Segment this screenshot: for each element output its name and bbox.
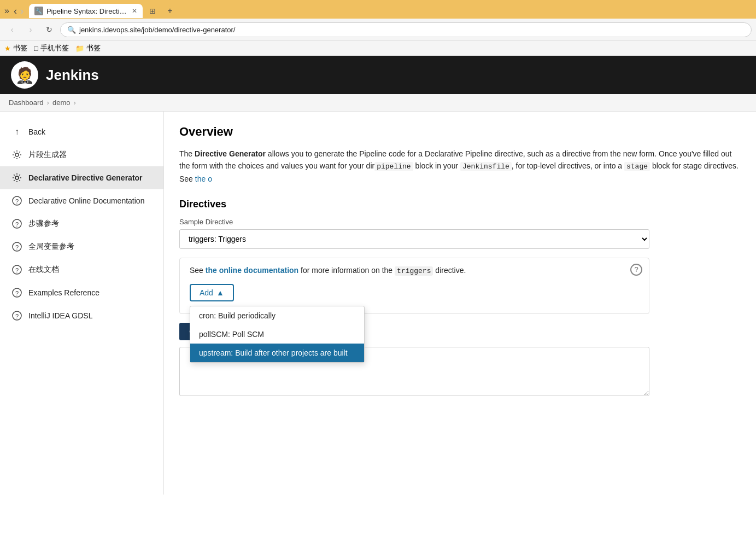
dropdown-item-upstream[interactable]: upstream: Build after other projects are… [190, 344, 364, 362]
overview-code-pipeline: pipeline [374, 162, 413, 171]
svg-text:?: ? [15, 267, 19, 274]
sidebar-item-snippet-generator[interactable]: 片段生成器 [0, 143, 163, 166]
dropdown-item-cron[interactable]: cron: Build periodically [190, 306, 364, 325]
sidebar-item-intellij-label: IntelliJ IDEA GDSL [28, 311, 93, 320]
refresh-button[interactable]: ↻ [42, 22, 57, 37]
sidebar-item-examples-label: Examples Reference [28, 288, 99, 297]
bookmark-phone[interactable]: □ 手机书签 [34, 43, 69, 53]
svg-text:?: ? [15, 244, 19, 251]
info-text-start: See [190, 266, 206, 275]
breadcrumb-sep-2: › [73, 98, 75, 107]
directive-select[interactable]: triggers: Triggers [179, 229, 649, 249]
overview-text-mid2: block in your [413, 161, 460, 170]
question-icon-docs: ? [11, 195, 23, 207]
svg-point-1 [15, 176, 19, 179]
bookmark-star[interactable]: ★ 书签 [4, 43, 27, 53]
page-title: Overview [179, 125, 741, 139]
overview-paragraph: The Directive Generator allows you to ge… [179, 148, 741, 185]
breadcrumb-dashboard[interactable]: Dashboard [9, 98, 44, 107]
tab-bar: » ‹ › 🔧 Pipeline Syntax: Directive Gen..… [4, 3, 752, 19]
svg-text:?: ? [15, 313, 19, 319]
bookmarks-bar: ★ 书签 □ 手机书签 📁 书签 [0, 41, 756, 56]
sidebar-item-directive-label: Declarative Directive Generator [28, 173, 143, 182]
breadcrumb-demo[interactable]: demo [52, 98, 71, 107]
svg-text:?: ? [15, 290, 19, 297]
bookmark-phone-label: 手机书签 [40, 43, 69, 53]
sidebar-item-snippet-label: 片段生成器 [28, 150, 67, 160]
add-button[interactable]: Add ▲ [190, 284, 234, 301]
folder-icon: 📁 [75, 44, 84, 53]
sidebar: ↑ Back 片段生成器 Declarative Directive Gener… [0, 112, 164, 495]
sidebar-item-global-label: 全局变量参考 [28, 242, 74, 252]
forward-nav-icon[interactable]: › [20, 5, 24, 17]
sidebar-item-declarative-directive-generator[interactable]: Declarative Directive Generator [0, 166, 163, 189]
svg-text:?: ? [15, 221, 19, 228]
back-arrow-icon: ↑ [11, 126, 23, 138]
forward-button[interactable]: › [23, 22, 38, 37]
sidebar-item-online-zh-label: 在线文档 [28, 265, 59, 275]
main-layout: ↑ Back 片段生成器 Declarative Directive Gener… [0, 112, 756, 495]
question-icon-intellij: ? [11, 310, 23, 322]
tab-favicon: 🔧 [34, 7, 43, 15]
add-button-container: Add ▲ cron: Build periodically pollSCM: … [190, 284, 234, 306]
add-dropdown-menu: cron: Build periodically pollSCM: Poll S… [190, 306, 365, 363]
sidebar-item-online-docs-zh[interactable]: ? 在线文档 [0, 258, 163, 281]
overview-code-stage: stage [624, 162, 650, 171]
overview-text-start: The [179, 149, 195, 158]
svg-text:?: ? [15, 198, 19, 205]
info-text-end: directive. [433, 266, 466, 275]
browser-toolbar: ‹ › ↻ 🔍 jenkins.idevops.site/job/demo/di… [0, 19, 756, 41]
active-tab[interactable]: 🔧 Pipeline Syntax: Directive Gen... ✕ [29, 4, 143, 18]
info-box: ? See the online documentation for more … [179, 258, 649, 314]
browser-chrome: » ‹ › 🔧 Pipeline Syntax: Directive Gen..… [0, 0, 756, 19]
overview-code-jenkinsfile: Jenkinsfile [460, 162, 512, 171]
jenkins-title: Jenkins [46, 67, 99, 84]
sidebar-item-global-variables[interactable]: ? 全局变量参考 [0, 235, 163, 258]
sidebar-item-declarative-online-documentation[interactable]: ? Declarative Online Documentation [0, 189, 163, 212]
info-question-icon[interactable]: ? [630, 264, 642, 276]
add-label: Add [200, 288, 213, 297]
address-text: jenkins.idevops.site/job/demo/directive-… [79, 26, 235, 34]
expand-nav-icon[interactable]: » [4, 6, 9, 16]
sidebar-item-steps-reference[interactable]: ? 步骤参考 [0, 212, 163, 235]
bookmark-label: 书签 [13, 43, 27, 53]
dropdown-item-pollscm[interactable]: pollSCM: Poll SCM [190, 325, 364, 344]
sidebar-item-back[interactable]: ↑ Back [0, 120, 163, 143]
search-icon: 🔍 [67, 26, 76, 34]
svg-point-0 [15, 153, 19, 156]
main-content: Overview The Directive Generator allows … [164, 112, 756, 495]
info-text-mid: for more information on the [298, 266, 395, 275]
back-button[interactable]: ‹ [4, 22, 20, 37]
overview-text-mid3: , for top-level directives, or into a [512, 161, 624, 170]
jenkins-header: 🤵 Jenkins [0, 56, 756, 94]
back-nav-icon[interactable]: ‹ [14, 5, 17, 17]
breadcrumb: Dashboard › demo › [0, 94, 756, 112]
sidebar-item-steps-label: 步骤参考 [28, 219, 59, 229]
tab-close-button[interactable]: ✕ [132, 7, 137, 15]
question-icon-steps: ? [11, 218, 23, 230]
question-icon-global: ? [11, 241, 23, 253]
question-icon-examples: ? [11, 287, 23, 299]
address-bar[interactable]: 🔍 jenkins.idevops.site/job/demo/directiv… [60, 22, 752, 37]
breadcrumb-sep-1: › [47, 98, 49, 107]
sidebar-item-intellij-gdsl[interactable]: ? IntelliJ IDEA GDSL [0, 304, 163, 327]
bookmark-folder[interactable]: 📁 书签 [75, 43, 101, 53]
sidebar-item-back-label: Back [28, 127, 45, 136]
tab-title: Pipeline Syntax: Directive Gen... [46, 7, 128, 15]
info-code-triggers: triggers [395, 266, 433, 276]
jenkins-figure-icon: 🤵 [15, 66, 34, 84]
directives-section-title: Directives [179, 199, 741, 210]
bookmark-folder-label: 书签 [86, 43, 101, 53]
online-documentation-link[interactable]: the online documentation [206, 266, 298, 275]
overview-strong: Directive Generator [195, 149, 266, 158]
add-arrow-icon: ▲ [216, 288, 224, 297]
tab-grid-icon[interactable]: ⊞ [145, 3, 160, 19]
sidebar-item-examples-reference[interactable]: ? Examples Reference [0, 281, 163, 304]
star-icon: ★ [4, 44, 11, 53]
gear-icon-snippet [11, 149, 23, 161]
gear-icon-directive [11, 172, 23, 184]
new-tab-button[interactable]: + [162, 3, 178, 19]
overview-link[interactable]: the o [195, 175, 212, 183]
sample-directive-label: Sample Directive [179, 218, 741, 226]
sidebar-item-online-docs-label: Declarative Online Documentation [28, 196, 144, 205]
